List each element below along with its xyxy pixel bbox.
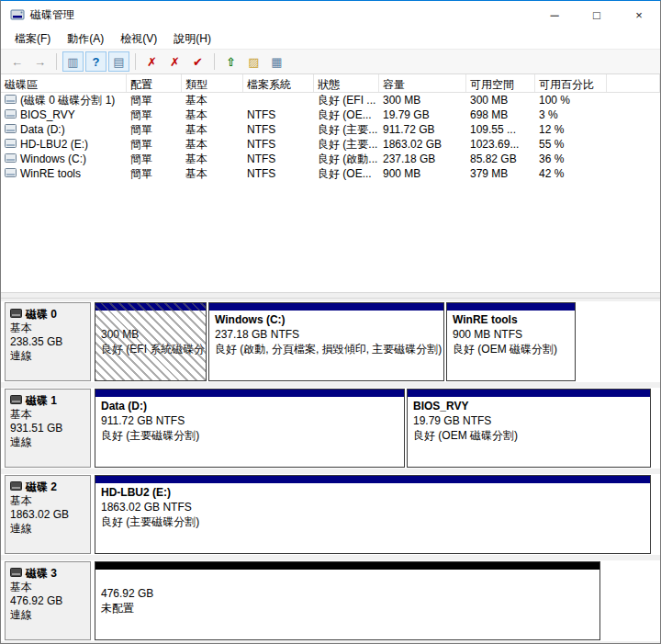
table-row[interactable]: HD-LBU2 (E:) 簡單 基本 NTFS 良好 (主要... 1863.0… (1, 137, 660, 152)
cell-filesystem: NTFS (243, 166, 314, 181)
menu-view[interactable]: 檢視(V) (112, 28, 165, 50)
maximize-button[interactable]: □ (576, 1, 618, 28)
cell-layout: 簡單 (127, 107, 182, 122)
graphical-view: 磁碟 0 基本 238.35 GB 連線 300 MB 良好 (EFI 系統磁碟… (1, 299, 660, 643)
disk-icon (10, 394, 22, 407)
disk-name: 磁碟 2 (26, 480, 57, 495)
column-header-filesystem[interactable]: 檔案系統 (243, 74, 314, 92)
back-icon[interactable]: ← (6, 51, 28, 72)
column-header-volume[interactable]: 磁碟區 (1, 74, 127, 92)
partition-tile-efi[interactable]: 300 MB 良好 (EFI 系統磁碟分 (95, 302, 207, 381)
help-icon[interactable]: ? (85, 51, 106, 72)
disk-type: 基本 (10, 322, 85, 335)
partition-tile-data-d[interactable]: Data (D:) 911.72 GB NTFS 良好 (主要磁碟分割) (95, 389, 405, 468)
cell-layout: 簡單 (127, 137, 182, 152)
cell-capacity: 911.72 GB (379, 122, 466, 137)
partition-tile-unallocated[interactable]: 476.92 GB 未配置 (95, 561, 600, 640)
cell-free-space: 300 MB (466, 93, 535, 107)
cell-type: 基本 (182, 137, 243, 152)
cell-status: 良好 (主要... (314, 137, 379, 152)
partition-title (95, 570, 599, 586)
partition-title (95, 311, 206, 327)
properties-icon[interactable]: ▤ (108, 51, 129, 72)
cell-filesystem: NTFS (243, 122, 314, 137)
minimize-button[interactable]: ─ (533, 1, 576, 28)
volume-icon (5, 166, 17, 181)
disk-status: 連線 (10, 349, 85, 363)
partition-tile-winre[interactable]: WinRE tools 900 MB NTFS 良好 (OEM 磁碟分割) (446, 302, 576, 381)
forward-icon[interactable]: → (29, 51, 50, 72)
column-header-type[interactable]: 類型 (182, 74, 243, 92)
cell-filesystem: NTFS (243, 107, 314, 122)
delete-volume-icon[interactable]: ✗ (141, 51, 162, 72)
cell-percent-free: 100 % (535, 93, 607, 107)
column-header-status[interactable]: 狀態 (314, 74, 379, 92)
partition-status: 良好 (OEM 磁碟分割) (408, 428, 650, 443)
volume-name: Data (D:) (20, 122, 65, 137)
cell-percent-free: 55 % (535, 137, 607, 152)
volume-name: Windows (C:) (20, 152, 86, 166)
partition-tile-hd-lbu2[interactable]: HD-LBU2 (E:) 1863.02 GB NTFS 良好 (主要磁碟分割) (95, 475, 651, 554)
disk-3-label[interactable]: 磁碟 3 基本 476.92 GB 連線 (5, 561, 91, 640)
column-header-free-space[interactable]: 可用空間 (466, 74, 535, 92)
cell-layout: 簡單 (127, 166, 182, 181)
table-row[interactable]: (磁碟 0 磁碟分割 1) 簡單 基本 良好 (EFI ... 300 MB 3… (1, 93, 660, 107)
volume-icon (5, 137, 17, 152)
cell-capacity: 19.79 GB (379, 107, 466, 122)
table-row[interactable]: Data (D:) 簡單 基本 NTFS 良好 (主要... 911.72 GB… (1, 122, 660, 137)
table-row[interactable]: Windows (C:) 簡單 基本 NTFS 良好 (啟動... 237.18… (1, 152, 660, 166)
partition-tile-windows-c[interactable]: Windows (C:) 237.18 GB NTFS 良好 (啟動, 分頁檔案… (208, 302, 444, 381)
partition-status: 良好 (啟動, 分頁檔案, 損毀傾印, 主要磁碟分割) (209, 342, 443, 356)
volume-list: 磁碟區 配置 類型 檔案系統 狀態 容量 可用空間 可用百分比 (磁碟 0 磁碟… (1, 74, 660, 292)
cell-capacity: 300 MB (379, 93, 466, 107)
disk-2-label[interactable]: 磁碟 2 基本 1863.02 GB 連線 (5, 475, 91, 554)
pane-splitter[interactable] (1, 292, 660, 299)
cell-free-space: 1023.69... (466, 137, 535, 152)
disk-management-window: 磁碟管理 ─ □ × 檔案(F) 動作(A) 檢視(V) 說明(H) ← → ▥… (0, 0, 661, 644)
console-tree-icon[interactable]: ▥ (62, 51, 84, 72)
disk-0-label[interactable]: 磁碟 0 基本 238.35 GB 連線 (5, 302, 91, 381)
menu-file[interactable]: 檔案(F) (6, 28, 59, 50)
column-header-layout[interactable]: 配置 (127, 74, 182, 92)
cell-type: 基本 (182, 122, 243, 137)
partition-title: HD-LBU2 (E:) (95, 483, 650, 500)
grid-view-icon[interactable]: ▦ (266, 51, 287, 72)
menu-help[interactable]: 說明(H) (165, 28, 219, 50)
cell-type: 基本 (182, 166, 243, 181)
window-title: 磁碟管理 (30, 7, 74, 23)
disk-size: 931.51 GB (10, 422, 85, 435)
cell-layout: 簡單 (127, 152, 182, 166)
column-header-capacity[interactable]: 容量 (379, 74, 466, 92)
menu-action[interactable]: 動作(A) (59, 28, 112, 50)
folder-search-icon[interactable]: ▨ (243, 51, 264, 72)
disk-1-label[interactable]: 磁碟 1 基本 931.51 GB 連線 (5, 389, 91, 468)
partition-size: 911.72 GB NTFS (95, 413, 404, 428)
disk-2-partitions: HD-LBU2 (E:) 1863.02 GB NTFS 良好 (主要磁碟分割) (95, 475, 653, 554)
partition-tile-bios-rvy[interactable]: BIOS_RVY 19.79 GB NTFS 良好 (OEM 磁碟分割) (407, 389, 651, 468)
cell-layout: 簡單 (127, 93, 182, 107)
cell-status: 良好 (主要... (314, 122, 379, 137)
partition-status: 良好 (EFI 系統磁碟分 (95, 342, 206, 356)
up-arrow-icon[interactable]: ⇧ (220, 51, 241, 72)
partition-status: 未配置 (95, 601, 599, 616)
menu-bar: 檔案(F) 動作(A) 檢視(V) 說明(H) (1, 28, 660, 49)
disk-row-3: 磁碟 3 基本 476.92 GB 連線 476.92 GB 未配置 (1, 560, 660, 641)
toolbar-separator (135, 53, 136, 70)
red-cross-icon[interactable]: ✗ (164, 51, 185, 72)
cell-capacity: 1863.02 GB (379, 137, 466, 152)
partition-size: 900 MB NTFS (447, 327, 575, 342)
checkmark-icon[interactable]: ✔ (187, 51, 208, 72)
cell-percent-free: 36 % (535, 152, 607, 166)
list-empty-area (1, 181, 660, 292)
cell-free-space: 109.55 ... (466, 122, 535, 137)
close-button[interactable]: × (618, 1, 660, 28)
partition-title: Windows (C:) (209, 311, 443, 327)
disk-icon (10, 480, 22, 493)
disk-name: 磁碟 0 (26, 307, 57, 322)
partition-color-band (447, 303, 575, 311)
cell-layout: 簡單 (127, 122, 182, 137)
table-row[interactable]: WinRE tools 簡單 基本 NTFS 良好 (OE... 900 MB … (1, 166, 660, 181)
column-header-percent-free[interactable]: 可用百分比 (535, 74, 607, 92)
disk-status: 連線 (10, 608, 85, 622)
table-row[interactable]: BIOS_RVY 簡單 基本 NTFS 良好 (OE... 19.79 GB 6… (1, 107, 660, 122)
